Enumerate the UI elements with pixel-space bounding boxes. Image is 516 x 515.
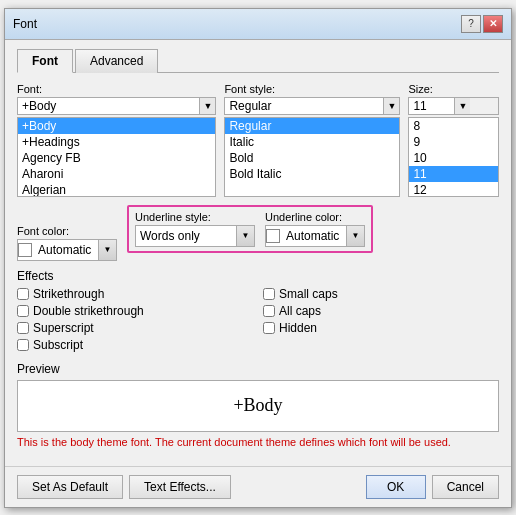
size-listbox[interactable]: 8 9 10 11 12 xyxy=(408,117,499,197)
set-as-default-button[interactable]: Set As Default xyxy=(17,475,123,499)
tab-advanced[interactable]: Advanced xyxy=(75,49,158,73)
double-strikethrough-checkbox[interactable] xyxy=(17,305,29,317)
list-item[interactable]: Italic xyxy=(225,134,399,150)
all-caps-checkbox[interactable] xyxy=(263,305,275,317)
size-input-row[interactable]: ▼ xyxy=(408,97,499,115)
chevron-down-icon: ▼ xyxy=(203,101,212,111)
font-color-label: Font color: xyxy=(17,225,117,237)
close-button[interactable]: ✕ xyxy=(483,15,503,33)
small-caps-checkbox[interactable] xyxy=(263,288,275,300)
chevron-down-icon: ▼ xyxy=(458,101,467,111)
text-effects-button[interactable]: Text Effects... xyxy=(129,475,231,499)
subscript-checkbox[interactable] xyxy=(17,339,29,351)
ok-button[interactable]: OK xyxy=(366,475,426,499)
tab-font[interactable]: Font xyxy=(17,49,73,73)
effects-section: Effects Strikethrough Small caps Double … xyxy=(17,269,499,352)
font-style-size-row: Font: ▼ +Body +Headings Agency FB Aharon… xyxy=(17,83,499,197)
superscript-label: Superscript xyxy=(33,321,94,335)
all-caps-row: All caps xyxy=(263,304,499,318)
style-input-row[interactable]: ▼ xyxy=(224,97,400,115)
dialog-footer: Set As Default Text Effects... OK Cancel xyxy=(5,466,511,507)
superscript-row: Superscript xyxy=(17,321,253,335)
style-input[interactable] xyxy=(225,98,383,114)
footer-right: OK Cancel xyxy=(366,475,499,499)
list-item[interactable]: 8 xyxy=(409,118,498,134)
effects-label: Effects xyxy=(17,269,499,283)
small-caps-row: Small caps xyxy=(263,287,499,301)
list-item[interactable]: +Body xyxy=(18,118,215,134)
hidden-checkbox[interactable] xyxy=(263,322,275,334)
list-item[interactable]: Aharoni xyxy=(18,166,215,182)
titlebar: Font ? ✕ xyxy=(5,9,511,40)
chevron-down-icon: ▼ xyxy=(236,226,254,246)
size-input[interactable] xyxy=(409,98,454,114)
question-icon: ? xyxy=(468,18,474,29)
strikethrough-label: Strikethrough xyxy=(33,287,104,301)
cancel-button[interactable]: Cancel xyxy=(432,475,499,499)
superscript-checkbox[interactable] xyxy=(17,322,29,334)
list-item[interactable]: 12 xyxy=(409,182,498,197)
font-dropdown-btn[interactable]: ▼ xyxy=(199,98,215,114)
font-color-value: Automatic xyxy=(34,243,98,257)
font-label: Font: xyxy=(17,83,216,95)
style-label: Font style: xyxy=(224,83,400,95)
color-swatch xyxy=(266,229,280,243)
help-button[interactable]: ? xyxy=(461,15,481,33)
underline-style-group: Underline style: Words only ▼ xyxy=(135,211,255,247)
font-color-group: Font color: Automatic ▼ xyxy=(17,225,117,261)
double-strikethrough-row: Double strikethrough xyxy=(17,304,253,318)
size-dropdown-btn[interactable]: ▼ xyxy=(454,98,470,114)
font-input-row[interactable]: ▼ xyxy=(17,97,216,115)
style-column: Font style: ▼ Regular Italic Bold Bold I… xyxy=(224,83,400,197)
underline-color-value: Automatic xyxy=(282,229,346,243)
underline-style-label: Underline style: xyxy=(135,211,255,223)
preview-text: +Body xyxy=(233,395,282,416)
chevron-down-icon: ▼ xyxy=(98,240,116,260)
font-column: Font: ▼ +Body +Headings Agency FB Aharon… xyxy=(17,83,216,197)
list-item[interactable]: 9 xyxy=(409,134,498,150)
all-caps-label: All caps xyxy=(279,304,321,318)
dialog-title: Font xyxy=(13,17,37,31)
style-dropdown-btn[interactable]: ▼ xyxy=(383,98,399,114)
list-item[interactable]: Regular xyxy=(225,118,399,134)
strikethrough-checkbox[interactable] xyxy=(17,288,29,300)
effects-grid: Strikethrough Small caps Double striketh… xyxy=(17,287,499,352)
font-color-dropdown[interactable]: Automatic ▼ xyxy=(17,239,117,261)
subscript-row: Subscript xyxy=(17,338,253,352)
preview-box: +Body xyxy=(17,380,499,432)
underline-style-value: Words only xyxy=(136,229,236,243)
dialog-body: Font Advanced Font: ▼ +Body +Headings xyxy=(5,40,511,466)
underline-color-label: Underline color: xyxy=(265,211,365,223)
underline-color-dropdown[interactable]: Automatic ▼ xyxy=(265,225,365,247)
size-column: Size: ▼ 8 9 10 11 12 xyxy=(408,83,499,197)
hidden-label: Hidden xyxy=(279,321,317,335)
tab-bar: Font Advanced xyxy=(17,48,499,73)
small-caps-label: Small caps xyxy=(279,287,338,301)
double-strikethrough-label: Double strikethrough xyxy=(33,304,144,318)
list-item[interactable]: 10 xyxy=(409,150,498,166)
list-item[interactable]: 11 xyxy=(409,166,498,182)
underline-style-dropdown[interactable]: Words only ▼ xyxy=(135,225,255,247)
preview-section: Preview +Body This is the body theme fon… xyxy=(17,362,499,448)
footer-left: Set As Default Text Effects... xyxy=(17,475,231,499)
list-item[interactable]: +Headings xyxy=(18,134,215,150)
underline-highlight-box: Underline style: Words only ▼ Underline … xyxy=(127,205,373,253)
chevron-down-icon: ▼ xyxy=(387,101,396,111)
list-item[interactable]: Agency FB xyxy=(18,150,215,166)
titlebar-buttons: ? ✕ xyxy=(461,15,503,33)
font-dialog: Font ? ✕ Font Advanced Font: xyxy=(4,8,512,508)
font-input[interactable] xyxy=(18,98,199,114)
preview-info: This is the body theme font. The current… xyxy=(17,436,499,448)
strikethrough-row: Strikethrough xyxy=(17,287,253,301)
list-item[interactable]: Bold Italic xyxy=(225,166,399,182)
list-item[interactable]: Bold xyxy=(225,150,399,166)
list-item[interactable]: Algerian xyxy=(18,182,215,197)
color-swatch xyxy=(18,243,32,257)
hidden-row: Hidden xyxy=(263,321,499,335)
chevron-down-icon: ▼ xyxy=(346,226,364,246)
underline-color-group: Underline color: Automatic ▼ xyxy=(265,211,365,247)
style-listbox[interactable]: Regular Italic Bold Bold Italic xyxy=(224,117,400,197)
font-listbox[interactable]: +Body +Headings Agency FB Aharoni Algeri… xyxy=(17,117,216,197)
close-icon: ✕ xyxy=(489,18,497,29)
size-label: Size: xyxy=(408,83,499,95)
